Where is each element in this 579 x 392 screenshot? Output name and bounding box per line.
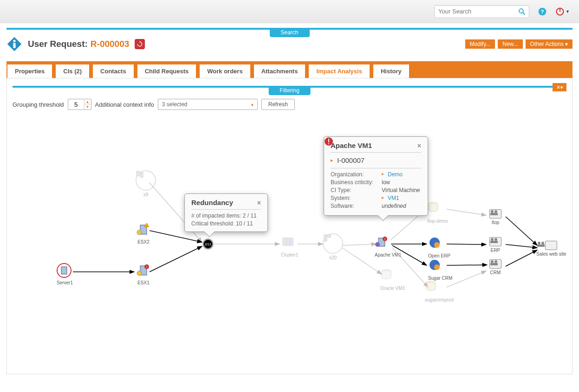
search-toggle[interactable]: Search xyxy=(269,28,309,37)
svg-point-38 xyxy=(137,230,142,235)
node-esx2[interactable]: ESX2 xyxy=(136,222,151,244)
help-icon[interactable]: ? xyxy=(538,7,547,16)
svg-point-62 xyxy=(491,238,494,241)
refresh-icon[interactable] xyxy=(135,39,145,49)
node-erp[interactable]: ERP xyxy=(489,237,501,253)
svg-point-57 xyxy=(434,264,440,270)
impact-graph[interactable]: Server1 ! ESX1 ESX2 x9 2/11 xyxy=(13,111,566,368)
tab-attachments[interactable]: Attachments xyxy=(253,64,306,78)
node-group-9[interactable]: x9 xyxy=(136,170,156,197)
node-redundancy[interactable]: 2/11 xyxy=(203,239,213,249)
svg-rect-61 xyxy=(490,213,498,215)
tab-cis[interactable]: CIs (2) xyxy=(55,64,90,78)
svg-text:!: ! xyxy=(146,265,147,269)
new-button[interactable]: New... xyxy=(498,39,522,49)
node-esx1[interactable]: ! ESX1 xyxy=(136,263,151,285)
svg-marker-9 xyxy=(140,41,141,43)
tab-impact-analysis[interactable]: Impact Analysis xyxy=(308,64,371,78)
incident-link[interactable]: ▸ I-000007 xyxy=(331,156,421,164)
svg-point-34 xyxy=(137,271,142,276)
svg-rect-73 xyxy=(328,143,329,144)
node-crm[interactable]: CRM xyxy=(489,259,501,275)
svg-rect-70 xyxy=(537,244,545,247)
server-icon xyxy=(57,263,73,279)
tools-icon[interactable]: ✕▾ xyxy=(553,83,566,91)
info-icon xyxy=(7,36,22,52)
node-sales-web-site[interactable]: Sales web site xyxy=(536,241,566,257)
svg-rect-32 xyxy=(61,267,67,274)
node-itop-demo[interactable]: Itop-demo xyxy=(427,201,448,224)
svg-line-27 xyxy=(447,265,487,265)
svg-line-15 xyxy=(342,244,376,245)
chevron-icon: ♦ xyxy=(251,102,254,107)
svg-point-63 xyxy=(494,238,497,241)
svg-rect-44 xyxy=(290,238,293,245)
page-title: User Request: R-000003 xyxy=(28,39,145,49)
power-menu[interactable]: ▼ xyxy=(555,7,570,16)
group-icon xyxy=(323,233,343,254)
spinner-down-icon[interactable]: ▼ xyxy=(85,104,91,109)
app-icon xyxy=(431,236,447,252)
svg-point-69 xyxy=(541,242,544,244)
filtering-toggle[interactable]: Filtering xyxy=(268,86,311,95)
svg-point-59 xyxy=(491,210,494,213)
node-group-20[interactable]: x20 xyxy=(323,233,343,260)
svg-text:!: ! xyxy=(384,238,385,241)
node-sugar-crm[interactable]: Sugar CRM xyxy=(428,258,452,281)
app-icon xyxy=(432,258,448,274)
grouping-threshold-label: Grouping threshold xyxy=(13,101,64,108)
svg-point-49 xyxy=(375,242,380,247)
tab-properties[interactable]: Properties xyxy=(7,64,53,78)
tab-child-requests[interactable]: Child Requests xyxy=(137,64,197,78)
svg-point-7 xyxy=(13,40,15,42)
svg-rect-72 xyxy=(328,139,329,142)
node-oracle-vm3[interactable]: Oracle VM3 xyxy=(380,269,405,291)
modify-button[interactable]: Modify... xyxy=(465,39,495,49)
svg-point-68 xyxy=(538,242,540,244)
other-actions-button[interactable]: Other Actions ▾ xyxy=(526,39,572,49)
group-icon xyxy=(136,170,156,191)
node-open-erp[interactable]: Open ERP xyxy=(428,236,450,258)
grouping-threshold-input[interactable]: ▲▼ xyxy=(68,99,91,110)
node-sugarcrmprod[interactable]: sugarcrmprod xyxy=(425,280,454,302)
cluster-icon xyxy=(282,235,298,251)
svg-point-55 xyxy=(434,242,440,248)
tab-contacts[interactable]: Contacts xyxy=(92,64,135,78)
node-cluster1[interactable]: Cluster1 xyxy=(281,235,298,257)
page-header: User Request: R-000003 Modify... New... … xyxy=(7,36,572,52)
node-server1[interactable]: Server1 xyxy=(57,263,73,285)
redundancy-icon: 2/11 xyxy=(203,239,213,249)
tab-history[interactable]: History xyxy=(372,64,410,78)
database-icon xyxy=(430,201,446,217)
filter-row: Grouping threshold ▲▼ Additional context… xyxy=(13,99,566,110)
context-info-select[interactable]: 3 selected♦ xyxy=(158,99,258,110)
svg-line-30 xyxy=(506,250,537,266)
svg-rect-46 xyxy=(328,235,331,238)
close-icon[interactable]: × xyxy=(257,199,261,206)
svg-rect-67 xyxy=(490,263,498,265)
context-info-label: Additional context info xyxy=(95,101,154,108)
svg-line-29 xyxy=(506,244,537,248)
svg-point-60 xyxy=(494,210,497,213)
svg-text:?: ? xyxy=(541,8,544,14)
refresh-button[interactable]: Refresh xyxy=(261,99,295,110)
node-itop[interactable]: Itop xyxy=(489,209,501,225)
tab-work-orders[interactable]: Work orders xyxy=(199,64,251,78)
tooltip-line: Critical threshold: 10 / 11 xyxy=(191,220,261,227)
node-apache-vm1[interactable]: ! Apache VM1 xyxy=(375,235,401,257)
svg-rect-47 xyxy=(324,238,327,241)
svg-line-28 xyxy=(506,217,537,245)
spinner-up-icon[interactable]: ▲ xyxy=(85,99,91,104)
svg-rect-8 xyxy=(13,43,15,48)
search-input[interactable] xyxy=(438,8,516,15)
tooltip-apache: Apache VM1× ▸ I-000007 Organization:▸ De… xyxy=(324,136,428,216)
search-icon[interactable] xyxy=(516,6,527,17)
svg-line-20 xyxy=(447,209,486,215)
svg-rect-45 xyxy=(324,235,327,238)
svg-line-22 xyxy=(150,246,202,272)
request-id[interactable]: R-000003 xyxy=(91,39,129,49)
svg-rect-40 xyxy=(137,171,139,176)
topbar: ? ▼ xyxy=(0,0,579,23)
hypervisor-icon xyxy=(136,222,151,238)
search-box[interactable] xyxy=(434,5,529,18)
